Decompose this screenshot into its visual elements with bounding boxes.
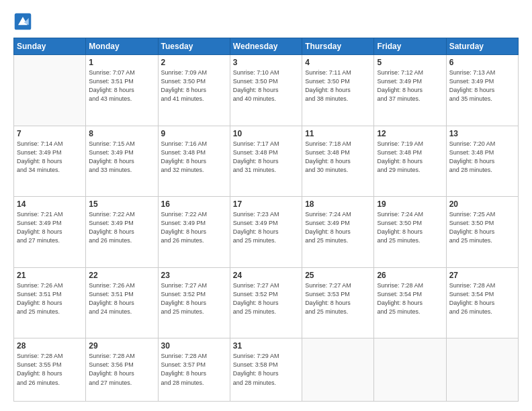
calendar-cell: 24Sunrise: 7:27 AMSunset: 3:52 PMDayligh… [230,267,302,338]
day-number: 13 [449,129,515,138]
calendar-cell: 12Sunrise: 7:19 AMSunset: 3:48 PMDayligh… [374,126,446,197]
calendar-cell: 16Sunrise: 7:22 AMSunset: 3:49 PMDayligh… [158,197,230,268]
calendar-cell: 5Sunrise: 7:12 AMSunset: 3:49 PMDaylight… [374,55,446,126]
weekday-header: Tuesday [158,38,230,55]
calendar-cell: 22Sunrise: 7:26 AMSunset: 3:51 PMDayligh… [86,267,158,338]
logo [13,12,35,31]
calendar-cell: 13Sunrise: 7:20 AMSunset: 3:48 PMDayligh… [446,126,518,197]
day-info: Sunrise: 7:12 AMSunset: 3:49 PMDaylight:… [377,68,443,103]
calendar-cell: 8Sunrise: 7:15 AMSunset: 3:49 PMDaylight… [86,126,158,197]
calendar-week-row: 1Sunrise: 7:07 AMSunset: 3:51 PMDaylight… [14,55,519,126]
day-number: 24 [233,271,299,280]
calendar-week-row: 28Sunrise: 7:28 AMSunset: 3:55 PMDayligh… [14,338,519,402]
calendar-cell: 17Sunrise: 7:23 AMSunset: 3:49 PMDayligh… [230,197,302,268]
calendar-cell: 3Sunrise: 7:10 AMSunset: 3:50 PMDaylight… [230,55,302,126]
day-info: Sunrise: 7:26 AMSunset: 3:51 PMDaylight:… [89,281,154,316]
calendar-table: SundayMondayTuesdayWednesdayThursdayFrid… [13,38,519,402]
day-info: Sunrise: 7:07 AMSunset: 3:51 PMDaylight:… [89,68,154,103]
day-info: Sunrise: 7:14 AMSunset: 3:49 PMDaylight:… [17,140,83,175]
day-number: 20 [449,199,515,209]
day-info: Sunrise: 7:25 AMSunset: 3:50 PMDaylight:… [449,210,515,245]
day-info: Sunrise: 7:10 AMSunset: 3:50 PMDaylight:… [233,68,299,103]
day-number: 26 [377,271,443,280]
day-info: Sunrise: 7:28 AMSunset: 3:54 PMDaylight:… [449,281,515,316]
calendar-cell: 28Sunrise: 7:28 AMSunset: 3:55 PMDayligh… [14,338,86,402]
day-number: 3 [233,58,299,67]
calendar-cell: 14Sunrise: 7:21 AMSunset: 3:49 PMDayligh… [14,197,86,268]
calendar-cell: 7Sunrise: 7:14 AMSunset: 3:49 PMDaylight… [14,126,86,197]
calendar-cell [302,338,374,402]
day-info: Sunrise: 7:09 AMSunset: 3:50 PMDaylight:… [161,68,227,103]
day-number: 23 [161,271,227,280]
day-info: Sunrise: 7:27 AMSunset: 3:53 PMDaylight:… [305,281,371,316]
calendar-cell: 31Sunrise: 7:29 AMSunset: 3:58 PMDayligh… [230,338,302,402]
day-number: 16 [161,199,227,209]
calendar-cell: 21Sunrise: 7:26 AMSunset: 3:51 PMDayligh… [14,267,86,338]
calendar-cell: 27Sunrise: 7:28 AMSunset: 3:54 PMDayligh… [446,267,518,338]
calendar-cell: 23Sunrise: 7:27 AMSunset: 3:52 PMDayligh… [158,267,230,338]
weekday-header: Friday [374,38,446,55]
day-number: 18 [305,199,371,209]
day-info: Sunrise: 7:28 AMSunset: 3:57 PMDaylight:… [161,352,227,387]
calendar-cell: 18Sunrise: 7:24 AMSunset: 3:49 PMDayligh… [302,197,374,268]
day-number: 21 [17,271,83,280]
day-number: 30 [161,341,227,351]
day-number: 22 [89,271,154,280]
day-number: 31 [233,341,299,351]
day-info: Sunrise: 7:17 AMSunset: 3:48 PMDaylight:… [233,140,299,175]
day-number: 8 [89,129,154,138]
weekday-header: Wednesday [230,38,302,55]
day-number: 6 [449,58,515,67]
day-info: Sunrise: 7:16 AMSunset: 3:48 PMDaylight:… [161,140,227,175]
day-number: 2 [161,58,227,67]
page: SundayMondayTuesdayWednesdayThursdayFrid… [0,0,532,411]
day-number: 9 [161,129,227,138]
weekday-header: Monday [86,38,158,55]
day-number: 12 [377,129,443,138]
calendar-week-row: 14Sunrise: 7:21 AMSunset: 3:49 PMDayligh… [14,197,519,268]
day-number: 11 [305,129,371,138]
day-info: Sunrise: 7:26 AMSunset: 3:51 PMDaylight:… [17,281,83,316]
header [13,12,519,31]
day-info: Sunrise: 7:21 AMSunset: 3:49 PMDaylight:… [17,210,83,245]
day-info: Sunrise: 7:13 AMSunset: 3:49 PMDaylight:… [449,68,515,103]
day-info: Sunrise: 7:24 AMSunset: 3:50 PMDaylight:… [377,210,443,245]
day-number: 15 [89,199,154,209]
calendar-cell [14,55,86,126]
day-number: 7 [17,129,83,138]
calendar-cell: 29Sunrise: 7:28 AMSunset: 3:56 PMDayligh… [86,338,158,402]
day-info: Sunrise: 7:27 AMSunset: 3:52 PMDaylight:… [233,281,299,316]
day-info: Sunrise: 7:18 AMSunset: 3:48 PMDaylight:… [305,140,371,175]
weekday-header: Saturday [446,38,518,55]
day-number: 10 [233,129,299,138]
calendar-cell: 25Sunrise: 7:27 AMSunset: 3:53 PMDayligh… [302,267,374,338]
day-info: Sunrise: 7:22 AMSunset: 3:49 PMDaylight:… [89,210,154,245]
day-info: Sunrise: 7:22 AMSunset: 3:49 PMDaylight:… [161,210,227,245]
calendar-cell: 10Sunrise: 7:17 AMSunset: 3:48 PMDayligh… [230,126,302,197]
weekday-header: Thursday [302,38,374,55]
day-number: 19 [377,199,443,209]
calendar-header-row: SundayMondayTuesdayWednesdayThursdayFrid… [14,38,519,55]
calendar-cell [374,338,446,402]
weekday-header: Sunday [14,38,86,55]
calendar-cell: 30Sunrise: 7:28 AMSunset: 3:57 PMDayligh… [158,338,230,402]
calendar-cell: 26Sunrise: 7:28 AMSunset: 3:54 PMDayligh… [374,267,446,338]
calendar-cell: 6Sunrise: 7:13 AMSunset: 3:49 PMDaylight… [446,55,518,126]
day-number: 14 [17,199,83,209]
day-number: 4 [305,58,371,67]
day-info: Sunrise: 7:28 AMSunset: 3:56 PMDaylight:… [89,352,154,387]
day-info: Sunrise: 7:15 AMSunset: 3:49 PMDaylight:… [89,140,154,175]
day-number: 29 [89,341,154,351]
calendar-cell: 11Sunrise: 7:18 AMSunset: 3:48 PMDayligh… [302,126,374,197]
day-info: Sunrise: 7:19 AMSunset: 3:48 PMDaylight:… [377,140,443,175]
day-number: 28 [17,341,83,351]
day-info: Sunrise: 7:23 AMSunset: 3:49 PMDaylight:… [233,210,299,245]
logo-icon [13,12,32,31]
day-number: 25 [305,271,371,280]
calendar-cell: 2Sunrise: 7:09 AMSunset: 3:50 PMDaylight… [158,55,230,126]
day-info: Sunrise: 7:27 AMSunset: 3:52 PMDaylight:… [161,281,227,316]
calendar-cell [446,338,518,402]
day-number: 5 [377,58,443,67]
day-info: Sunrise: 7:24 AMSunset: 3:49 PMDaylight:… [305,210,371,245]
day-info: Sunrise: 7:28 AMSunset: 3:54 PMDaylight:… [377,281,443,316]
